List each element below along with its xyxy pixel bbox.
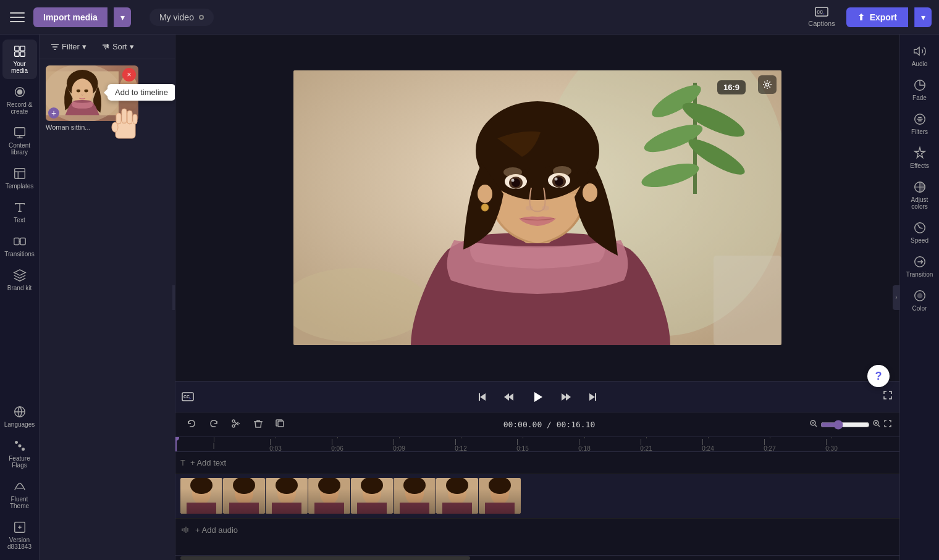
svg-point-57 [481,204,489,211]
record-create-icon [13,85,27,99]
effects-label: Effects [910,162,928,169]
right-sidebar-item-color[interactable]: Color [903,284,937,317]
timeline-ruler: | |0:03 |0:06 |0:09 |0:12 |0:15 |0:18 |0… [175,437,899,452]
add-text-button[interactable]: + Add text [190,458,226,467]
clip-thumb-3[interactable] [266,478,308,514]
panel-toolbar: Filter ▾ Sort ▾ [40,35,175,59]
svg-point-55 [542,206,549,211]
undo-button[interactable] [183,416,200,433]
fit-to-view-button[interactable] [883,419,892,430]
zoom-out-button[interactable] [809,419,818,430]
rewind-button[interactable] [500,389,516,405]
sidebar-item-label: Transitions [4,251,35,257]
svg-point-101 [403,478,426,494]
zoom-slider[interactable] [820,420,870,430]
sidebar-item-version[interactable]: Version d831843 [2,516,37,555]
media-delete-button[interactable]: × [122,68,136,81]
fluent-theme-icon [13,480,27,493]
import-media-dropdown[interactable]: ▾ [114,7,131,27]
svg-point-54 [526,206,533,211]
svg-text:+: + [823,12,825,15]
timeline-time-display: 00:00.00 / 00:16.10 [294,420,804,429]
svg-marker-69 [534,392,542,402]
clip-thumb-8[interactable] [479,478,521,514]
right-sidebar-item-speed[interactable]: Speed [903,216,937,249]
sort-button[interactable]: Sort ▾ [96,40,139,54]
sidebar-item-feature-flags[interactable]: Feature Flags [2,434,37,474]
redo-button[interactable] [205,416,222,433]
clip-thumb-2[interactable] [223,478,265,514]
filter-button[interactable]: Filter ▾ [46,40,91,54]
svg-rect-103 [436,478,478,514]
zoom-in-button[interactable] [872,419,881,430]
right-sidebar-item-effects[interactable]: Effects [903,141,937,174]
timeline-tracks: | |0:03 |0:06 |0:09 |0:12 |0:15 |0:18 |0… [175,437,899,555]
filters-label: Filters [911,128,928,135]
sidebar-item-your-media[interactable]: Your media [2,40,37,79]
fullscreen-button[interactable] [882,390,893,404]
right-sidebar-item-transition[interactable]: Transition [903,250,937,283]
zoom-controls [809,419,892,430]
filters-icon [913,112,927,126]
sidebar-item-brand-kit[interactable]: Brand kit [2,264,37,296]
skip-to-start-button[interactable] [474,389,491,405]
closed-captions-button[interactable]: CC + [182,392,194,402]
export-dropdown[interactable]: ▾ [914,7,932,27]
video-preview-image [293,70,781,345]
media-add-button[interactable]: + [48,107,59,119]
preview-area: 16:9 [175,35,899,381]
ruler-mark-7: |0:21 [615,437,677,452]
cc-icon: CC + [182,392,194,402]
play-button[interactable] [526,386,549,408]
audio-track: + Add audio [175,519,899,541]
fade-icon [913,78,927,92]
timeline-scrollbar[interactable] [175,555,899,560]
svg-rect-83 [223,478,265,514]
clip-thumb-4[interactable] [308,478,350,514]
preview-settings: 16:9 [758,75,777,94]
clip-thumb-6[interactable] [394,478,436,514]
right-sidebar-item-fade[interactable]: Fade [903,73,937,106]
right-sidebar-item-adjust-colors[interactable]: Adjust colors [903,175,937,215]
clip-thumb-7[interactable] [436,478,478,514]
add-audio-button[interactable]: + Add audio [195,525,238,535]
help-button[interactable]: ? [867,365,890,387]
svg-rect-91 [308,478,350,514]
svg-point-61 [766,83,769,86]
sidebar-item-text[interactable]: Text [2,196,37,228]
right-sidebar-collapse[interactable]: › [893,285,900,310]
duplicate-button[interactable] [272,416,289,433]
svg-rect-6 [20,52,24,56]
ruler-mark-8: |0:24 [677,437,739,452]
preview-settings-button[interactable] [758,75,777,94]
zoom-in-icon [872,419,881,428]
media-item-woman[interactable]: × + Add to timeline [46,65,138,131]
skip-to-end-button[interactable] [584,389,600,405]
fast-forward-button[interactable] [558,389,575,405]
sidebar-item-transitions[interactable]: Transitions [2,230,37,262]
delete-button[interactable] [250,416,267,433]
clip-thumb-5[interactable] [351,478,393,514]
sidebar-item-templates[interactable]: Templates [2,162,37,194]
svg-rect-102 [400,503,429,514]
sidebar-item-languages[interactable]: Languages [2,400,37,433]
fullscreen-icon [882,390,893,401]
right-sidebar-item-audio[interactable]: Audio [903,40,937,72]
transition-icon [913,255,927,269]
my-video-tab[interactable]: My video [149,9,214,26]
captions-button[interactable]: CC + Captions [808,7,835,27]
sidebar-item-fluent-theme[interactable]: Fluent Theme [2,475,37,514]
fast-forward-icon [561,391,572,403]
menu-icon[interactable] [7,7,27,27]
timeline-scrollbar-thumb[interactable] [180,556,470,560]
sidebar-item-content-library[interactable]: Content library [2,121,37,161]
svg-point-56 [478,185,492,203]
right-sidebar-item-filters[interactable]: Filters [903,107,937,140]
import-media-button[interactable]: Import media [33,7,107,27]
clip-thumb-1[interactable] [180,478,222,514]
sidebar-item-record-create[interactable]: Record & create [2,80,37,120]
audio-track-icon [180,525,190,535]
export-button[interactable]: ⬆ Export [846,7,908,27]
play-icon [531,390,544,404]
cut-button[interactable] [227,416,245,433]
